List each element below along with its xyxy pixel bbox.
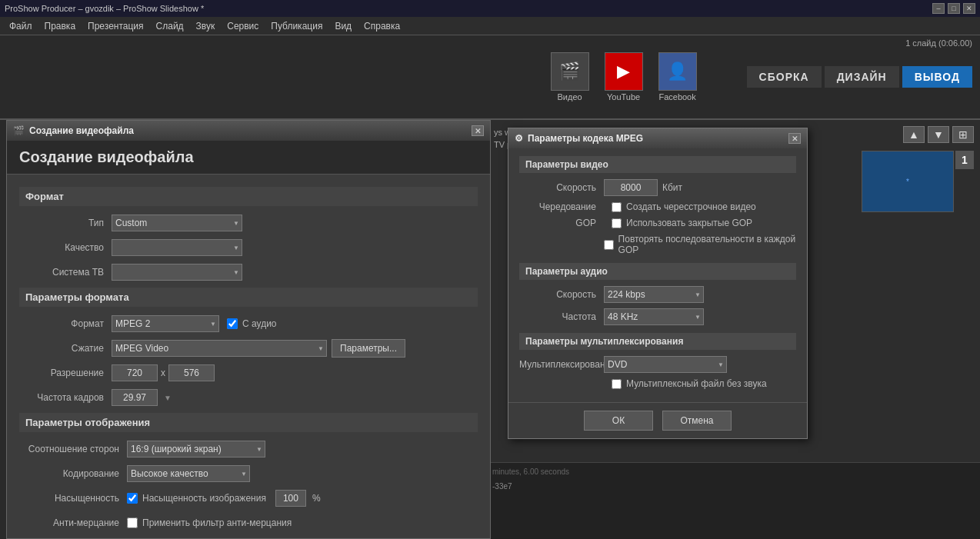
video-icon[interactable]: 🎬 xyxy=(551,52,589,91)
section-format-header: Формат xyxy=(19,187,478,206)
mpeg-body: Параметры видео Скорость Кбит Чередовани… xyxy=(508,148,807,402)
dialog-video-icon: 🎬 xyxy=(13,125,25,136)
toolbar-video[interactable]: 🎬 Видео xyxy=(547,52,593,101)
system-tb-select[interactable] xyxy=(112,264,242,281)
with-audio-label: С аудио xyxy=(242,318,277,329)
quality-select[interactable] xyxy=(112,239,242,256)
mpeg-audio-speed-label: Скорость xyxy=(519,289,604,300)
system-tb-row: Система ТВ xyxy=(19,263,478,281)
nav-grid-button[interactable]: ⊞ xyxy=(952,126,974,143)
mpeg-no-audio-row: Мультиплексный файл без звука xyxy=(519,378,796,389)
format-dropdown-wrap[interactable]: MPEG 2 xyxy=(112,315,219,332)
mpeg-gop-cb-row: Использовать закрытые GOP xyxy=(604,218,752,228)
aspect-select[interactable]: 16:9 (широкий экран) xyxy=(127,441,265,457)
dialog-video-body: Формат Тип Custom Качество Система Т xyxy=(7,175,490,539)
menu-service[interactable]: Сервис xyxy=(221,19,265,33)
mpeg-audio-speed-dropdown-wrap[interactable]: 224 kbps xyxy=(604,286,704,303)
slide-thumb-label: * xyxy=(906,178,909,186)
mpeg-footer: ОК Отмена xyxy=(508,402,807,438)
main-area: ys with a Blu-ray player. TV playback ▲ … xyxy=(0,120,980,539)
mpeg-frequency-row: Частота 48 KHz xyxy=(519,308,796,325)
section-output[interactable]: ВЫВОД xyxy=(902,66,972,88)
youtube-label: YouTube xyxy=(607,92,640,101)
mpeg-gop-label: GOP xyxy=(519,218,604,228)
mpeg-ok-button[interactable]: ОК xyxy=(584,411,653,431)
menu-publish[interactable]: Публикация xyxy=(265,19,328,33)
close-button[interactable]: ✕ xyxy=(963,3,975,14)
mpeg-cancel-button[interactable]: Отмена xyxy=(662,411,732,431)
mpeg-mux-select[interactable]: DVD xyxy=(604,356,727,373)
anti-flicker-label: Анти-мерцание xyxy=(19,517,127,528)
mpeg-frequency-select[interactable]: 48 KHz xyxy=(604,308,704,325)
dialog-video-title-text: Создание видеофайла xyxy=(29,125,134,136)
anti-flicker-cb-row: Применить фильтр анти-мерцания xyxy=(127,517,292,528)
compression-select[interactable]: MPEG Video xyxy=(112,340,327,357)
mpeg-no-audio-cb-row: Мультиплексный файл без звука xyxy=(604,378,767,389)
menu-edit[interactable]: Правка xyxy=(38,19,82,33)
title-bar: ProShow Producer – gvozdik – ProShow Sli… xyxy=(0,0,980,17)
saturation-value-input[interactable] xyxy=(275,490,306,507)
menu-file[interactable]: Файл xyxy=(3,19,38,33)
menu-bar: Файл Правка Презентация Слайд Звук Серви… xyxy=(0,17,980,35)
section-assembly[interactable]: СБОРКА xyxy=(747,66,822,88)
toolbar-facebook[interactable]: 👤 Facebook xyxy=(655,52,701,101)
section-design[interactable]: ДИЗАЙН xyxy=(825,66,899,88)
fps-row: Частота кадров ▼ xyxy=(19,388,478,407)
anti-flicker-cb-label: Применить фильтр анти-мерцания xyxy=(142,517,292,528)
fps-input[interactable] xyxy=(112,389,158,406)
resolution-width-input[interactable] xyxy=(112,364,158,381)
x-separator: x xyxy=(161,368,165,378)
mpeg-gop-row: GOP Использовать закрытые GOP xyxy=(519,218,796,228)
mpeg-close-button[interactable]: ✕ xyxy=(788,133,801,144)
dialog-mpeg-codec: ⚙ Параметры кодека MPEG ✕ Параметры виде… xyxy=(508,128,808,439)
mpeg-audio-speed-select[interactable]: 224 kbps xyxy=(604,286,704,303)
menu-view[interactable]: Вид xyxy=(328,19,358,33)
mpeg-frequency-dropdown-wrap[interactable]: 48 KHz xyxy=(604,308,704,325)
mpeg-speed-input[interactable] xyxy=(604,179,658,196)
nav-up-button[interactable]: ▲ xyxy=(903,126,925,143)
format-select[interactable]: MPEG 2 xyxy=(112,315,219,332)
saturation-checkbox[interactable] xyxy=(127,493,138,504)
mpeg-speed-row: Скорость Кбит xyxy=(519,179,796,196)
facebook-icon[interactable]: 👤 xyxy=(658,52,697,91)
mpeg-gop-checkbox[interactable] xyxy=(612,218,622,228)
nav-down-button[interactable]: ▼ xyxy=(928,126,949,143)
menu-slide[interactable]: Слайд xyxy=(150,19,190,33)
mpeg-mux-label: Мультиплексирование xyxy=(519,359,604,370)
fps-dropdown-arrow[interactable]: ▼ xyxy=(164,394,172,402)
params-button[interactable]: Параметры... xyxy=(332,339,405,358)
encoding-select[interactable]: Высокое качество xyxy=(127,465,250,482)
with-audio-checkbox[interactable] xyxy=(227,318,238,329)
resolution-height-input[interactable] xyxy=(168,364,215,381)
facebook-label: Facebook xyxy=(658,92,695,101)
menu-help[interactable]: Справка xyxy=(358,19,406,33)
mpeg-repeat-checkbox[interactable] xyxy=(604,240,614,250)
window-controls[interactable]: – □ ✕ xyxy=(932,3,975,14)
quality-dropdown-wrap[interactable] xyxy=(112,239,242,256)
minimize-button[interactable]: – xyxy=(932,3,945,14)
compression-dropdown-wrap[interactable]: MPEG Video xyxy=(112,340,327,357)
mpeg-interlace-checkbox[interactable] xyxy=(612,202,622,212)
section-display-params-header: Параметры отображения xyxy=(19,413,478,432)
slide-info: 1 слайд (0:06.00) xyxy=(905,38,972,48)
system-tb-dropdown-wrap[interactable] xyxy=(112,264,242,281)
dialog-video-header: Создание видеофайла xyxy=(7,141,490,175)
maximize-button[interactable]: □ xyxy=(948,3,960,14)
encoding-dropdown-wrap[interactable]: Высокое качество xyxy=(127,465,250,482)
youtube-icon[interactable]: ▶ xyxy=(605,52,643,91)
mpeg-mux-dropdown-wrap[interactable]: DVD xyxy=(604,356,727,373)
aspect-row: Соотношение сторон 16:9 (широкий экран) xyxy=(19,440,478,458)
type-dropdown-wrap[interactable]: Custom xyxy=(112,215,242,231)
format-label: Формат xyxy=(19,318,112,329)
type-select[interactable]: Custom xyxy=(112,215,242,231)
anti-flicker-checkbox[interactable] xyxy=(127,517,138,528)
dialog-video-close-button[interactable]: ✕ xyxy=(472,125,484,136)
menu-sound[interactable]: Звук xyxy=(190,19,222,33)
video-label: Видео xyxy=(558,92,582,101)
resolution-row: Разрешение x xyxy=(19,364,478,382)
menu-presentation[interactable]: Презентация xyxy=(82,19,150,33)
aspect-dropdown-wrap[interactable]: 16:9 (широкий экран) xyxy=(127,441,265,457)
toolbar-youtube[interactable]: ▶ YouTube xyxy=(601,52,647,101)
mpeg-video-section-header: Параметры видео xyxy=(519,156,796,173)
mpeg-no-audio-checkbox[interactable] xyxy=(612,379,622,389)
